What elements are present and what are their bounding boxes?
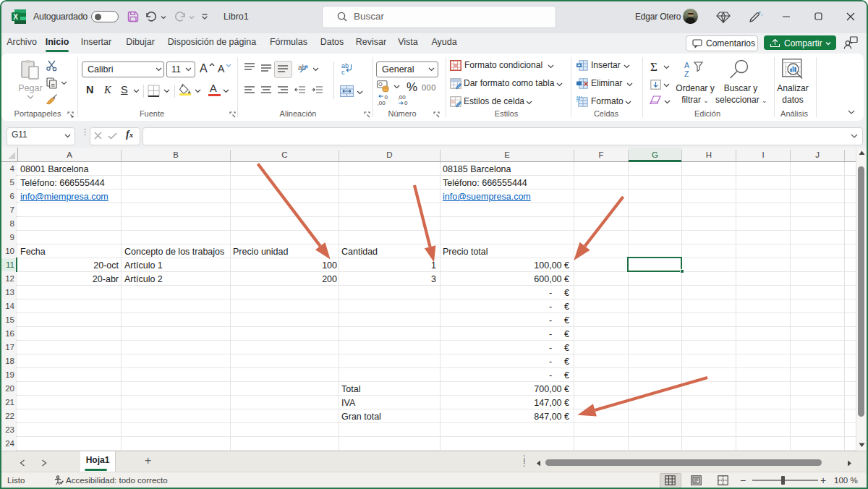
svg-text:X: X: [13, 13, 18, 21]
svg-text:Z: Z: [684, 69, 689, 78]
svg-text:0: 0: [404, 100, 408, 106]
svg-text:A: A: [684, 61, 689, 69]
svg-text:,00: ,00: [378, 100, 386, 106]
svg-text:c: c: [341, 69, 345, 76]
